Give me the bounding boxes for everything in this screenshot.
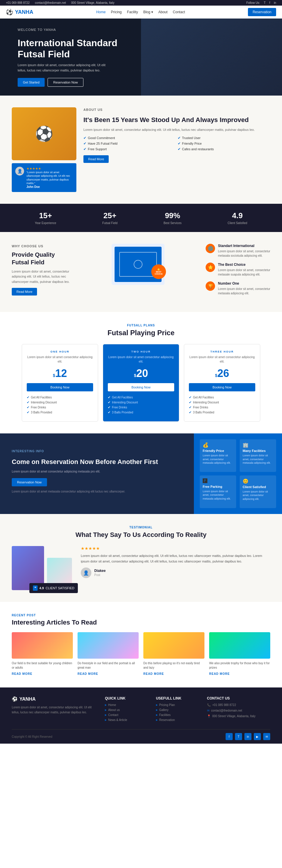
hero-get-started-button[interactable]: Get Started bbox=[17, 78, 45, 87]
about-content: ABOUT US It's Been 15 Years We Stood Up … bbox=[83, 107, 270, 163]
cta-feature-desc: Lorem ipsum dolor sit amet, consectetur … bbox=[203, 490, 233, 501]
social-in[interactable]: in bbox=[274, 1, 276, 4]
nav-facility[interactable]: Facility bbox=[127, 10, 138, 14]
blog-desc-3: Do this before playing so it's not easil… bbox=[143, 661, 205, 670]
social-t[interactable]: T bbox=[264, 1, 266, 4]
nav-pricing[interactable]: Pricing bbox=[111, 10, 122, 14]
plan-feature: ✔ Free Drinks bbox=[189, 405, 255, 409]
footer-link-home[interactable]: Home bbox=[105, 703, 147, 707]
footer-about-text: Lorem ipsum dolor sit amet, consectetur … bbox=[12, 705, 96, 715]
navbar: ⚽ YANHA Home Pricing Facility Blog ▾ Abo… bbox=[0, 6, 282, 19]
footer-link-news[interactable]: News & Article bbox=[105, 718, 147, 721]
check-icon: ✔ bbox=[83, 147, 86, 151]
about-image-column: ⚽ 👤 ★★★★★ "Lorem ipsum dolor sit amet ul… bbox=[12, 107, 76, 192]
topbar-left: +01 069 888 8722 contact@thedomain.net 0… bbox=[6, 1, 119, 4]
pricing-section: FUTSALL PLANS Futsal Playing Price ONE H… bbox=[0, 312, 282, 433]
social-twitter[interactable]: T bbox=[235, 733, 242, 740]
nav-reservation-button[interactable]: Reservation bbox=[248, 8, 276, 16]
why-feature-desc: Lorem ipsum dolor sit amet, consectetur … bbox=[218, 268, 270, 277]
footer-contact-title: CONTACT US bbox=[207, 696, 270, 701]
cta-label: INTERESTING INFO bbox=[12, 449, 182, 454]
footer-useful-link-list: Pricing Plan Gallery Facilities Reservat… bbox=[156, 703, 198, 721]
cta-feature-title: Friendly Price bbox=[203, 449, 233, 453]
booking-button-3[interactable]: Booking Now bbox=[189, 383, 255, 391]
topbar-email: contact@thedomain.net bbox=[35, 1, 66, 4]
plan-desc: Lorem ipsum dolor sit amet consectetur a… bbox=[27, 355, 93, 364]
brand: ⚽ YANHA bbox=[6, 8, 33, 16]
nav-about[interactable]: About bbox=[158, 10, 168, 14]
about-read-more-button[interactable]: Read More bbox=[83, 155, 109, 163]
footer-link-about[interactable]: About us bbox=[105, 708, 147, 712]
stats-bar: 15+ Year Experience 25+ Futsal Field 99%… bbox=[0, 204, 282, 232]
why-section: WHY CHOOSE US Provide Quality Futsal Fie… bbox=[0, 232, 282, 312]
cta-right: 💰 Friendly Price Lorem ipsum dolor sit a… bbox=[194, 433, 282, 514]
testimonial-text: "Lorem ipsum dolor sit amet ullamcorper … bbox=[27, 170, 73, 185]
why-read-more-button[interactable]: Read More bbox=[12, 288, 37, 296]
nav-blog[interactable]: Blog ▾ bbox=[143, 10, 153, 14]
cta-feature-desc: Lorem ipsum dolor sit amet, consectetur … bbox=[243, 454, 273, 465]
testimonial-stars: ★★★★★ bbox=[27, 167, 73, 170]
cta-feature-facilities: 🏢 Many Facilities Lorem ipsum dolor sit … bbox=[240, 439, 276, 472]
blog-label: RECENT POST bbox=[12, 614, 270, 617]
blog-image-3 bbox=[143, 632, 205, 659]
social-linkedin[interactable]: in bbox=[244, 733, 251, 740]
check-icon: ✔ bbox=[83, 136, 86, 140]
footer-link-facilities[interactable]: Facilities bbox=[156, 713, 198, 717]
cta-reservation-button[interactable]: Reservation Now bbox=[12, 478, 47, 486]
cta-description: Lorem ipsum dolor sit amet consectetur a… bbox=[12, 469, 182, 474]
hero-reservation-button[interactable]: Reservation Now bbox=[47, 78, 83, 87]
why-label: WHY CHOOSE US bbox=[12, 244, 71, 249]
cta-left: INTERESTING INFO Come on Reservation Now… bbox=[0, 433, 194, 514]
footer-link-contact[interactable]: Contact bbox=[105, 713, 147, 717]
plan-feature: ✔ Free Drinks bbox=[27, 405, 93, 409]
check-icon: ✔ bbox=[83, 142, 86, 146]
plan-features: ✔ Get All Facilities ✔ Interesting Disco… bbox=[27, 396, 93, 414]
cta-feature-title: Many Facilities bbox=[243, 449, 273, 453]
feature-label: Friendly Price bbox=[182, 142, 202, 145]
testimonial-author: 👤 Diakee Post bbox=[81, 567, 270, 578]
booking-button-1[interactable]: Booking Now bbox=[27, 383, 93, 391]
why-feature-title: The Best Choice bbox=[218, 262, 270, 267]
blog-read-more-4[interactable]: READ MORE bbox=[209, 672, 230, 675]
blog-read-more-1[interactable]: READ MORE bbox=[12, 672, 32, 675]
feature-label: Good Commitment bbox=[88, 136, 115, 140]
why-feature-text: Standart International Lorem ipsum dolor… bbox=[218, 244, 270, 258]
rating-badge: ❝ 4.9 CLIENT SATISFIED bbox=[29, 583, 78, 593]
hero-label: WELCOME TO YANHA bbox=[17, 27, 112, 33]
hero-section: WELCOME TO YANHA International Standard … bbox=[0, 19, 282, 96]
plan-feature: ✔ Interesting Discount bbox=[189, 401, 255, 404]
rating-label: CLIENT SATISFIED bbox=[45, 586, 74, 590]
footer-link-pricing[interactable]: Pricing Plan bbox=[156, 703, 198, 707]
plan-sublabel: ONE HOUR bbox=[27, 350, 93, 353]
footer-quick-link-list: Home About us Contact News & Article bbox=[105, 703, 147, 721]
cta-note: Lorem ipsum dolor sit amet metasala cons… bbox=[12, 489, 182, 494]
plan-desc: Lorem ipsum dolor sit amet consectetur a… bbox=[108, 355, 174, 364]
why-feature-desc: Lorem ipsum dolor sit amet, consectetur … bbox=[218, 287, 270, 296]
stat-experience: 15+ Year Experience bbox=[35, 211, 56, 225]
footer-quick-link-title: QUICK LINK bbox=[105, 696, 147, 701]
blog-card-4: We also provide trophy for those who buy… bbox=[209, 632, 270, 676]
testimonial-title: What They Say To Us According To Reality bbox=[12, 531, 270, 539]
footer-link-reservation[interactable]: Reservation bbox=[156, 718, 198, 721]
social-facebook[interactable]: f bbox=[225, 733, 233, 740]
why-feature-title: Standart International bbox=[218, 244, 270, 248]
blog-read-more-2[interactable]: READ MORE bbox=[77, 672, 98, 675]
stat-number: 4.9 bbox=[228, 211, 247, 220]
parking-icon: 🅿 bbox=[203, 478, 233, 484]
social-youtube[interactable]: ▶ bbox=[254, 733, 261, 740]
stat-satisfied: 4.9 Client Satisfied bbox=[228, 211, 247, 225]
cta-feature-desc: Lorem ipsum dolor sit amet, consectetur … bbox=[243, 490, 273, 501]
about-description: Lorem ipsum dolor sit amet, consectetur … bbox=[83, 127, 270, 133]
topbar: +01 069 888 8722 contact@thedomain.net 0… bbox=[0, 0, 282, 6]
social-f[interactable]: f bbox=[269, 1, 270, 4]
booking-button-2[interactable]: Booking Now bbox=[108, 383, 174, 391]
blog-read-more-3[interactable]: READ MORE bbox=[143, 672, 164, 675]
nav-contact[interactable]: Contact bbox=[173, 10, 185, 14]
check-icon: ✔ bbox=[178, 142, 181, 146]
nav-home[interactable]: Home bbox=[96, 10, 106, 14]
pricing-title: Futsal Playing Price bbox=[12, 329, 270, 337]
testimonial-text: Lorem ipsum dolor sit amet, consectetur … bbox=[81, 553, 270, 564]
footer-link-gallery[interactable]: Gallery bbox=[156, 708, 198, 712]
social-email[interactable]: ✉ bbox=[263, 733, 270, 740]
why-feature-best: ⭐ The Best Choice Lorem ipsum dolor sit … bbox=[206, 262, 270, 277]
